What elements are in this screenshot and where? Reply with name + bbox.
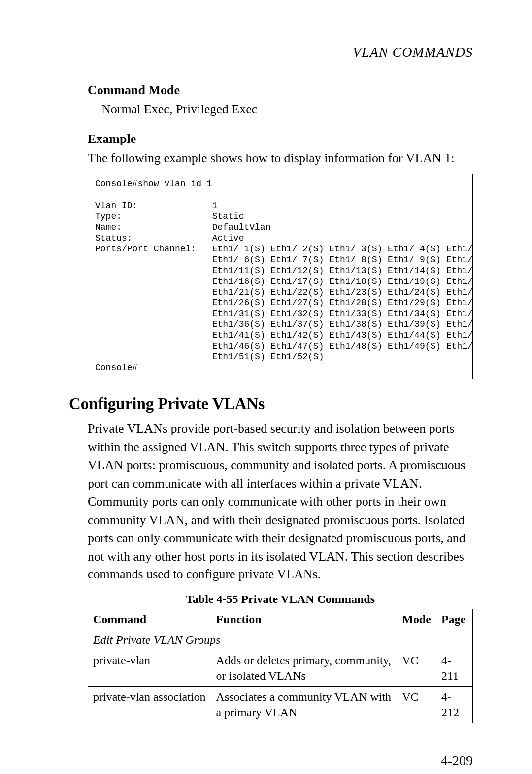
- page-body: Command Mode Normal Exec, Privileged Exe…: [88, 83, 473, 723]
- table-row: private-vlan association Associates a co…: [88, 686, 473, 723]
- cell-function: Associates a community VLAN with a prima…: [211, 686, 397, 723]
- cell-function: Adds or deletes primary, community, or i…: [211, 650, 397, 687]
- th-mode: Mode: [397, 609, 436, 630]
- th-command: Command: [88, 609, 211, 630]
- command-mode-text: Normal Exec, Privileged Exec: [101, 101, 473, 118]
- running-header-prefix: VLAN C: [353, 44, 402, 60]
- table-header-row: Command Function Mode Page: [88, 609, 473, 630]
- cell-page: 4-211: [436, 650, 472, 687]
- heading-configuring-private-vlans: Configuring Private VLANs: [69, 395, 473, 413]
- table-row: private-vlan Adds or deletes primary, co…: [88, 650, 473, 687]
- example-intro: The following example shows how to displ…: [88, 149, 473, 168]
- cell-page: 4-212: [436, 686, 472, 723]
- running-header: VLAN COMMANDS: [59, 44, 473, 60]
- cell-command: private-vlan association: [88, 686, 211, 723]
- heading-command-mode: Command Mode: [88, 83, 473, 98]
- table-group-row: Edit Private VLAN Groups: [88, 630, 473, 650]
- cell-command: private-vlan: [88, 650, 211, 687]
- group-label: Edit Private VLAN Groups: [88, 630, 473, 650]
- page-number: 4-209: [59, 753, 473, 769]
- pvlan-commands-table: Command Function Mode Page Edit Private …: [88, 609, 473, 723]
- running-header-smallcaps: OMMANDS: [402, 44, 473, 60]
- console-output: Console#show vlan id 1 Vlan ID: 1 Type: …: [88, 174, 473, 379]
- cell-mode: VC: [397, 686, 436, 723]
- cell-mode: VC: [397, 650, 436, 687]
- config-pvlan-paragraph: Private VLANs provide port-based securit…: [88, 420, 473, 584]
- heading-example: Example: [88, 132, 473, 146]
- table-caption: Table 4-55 Private VLAN Commands: [88, 593, 473, 606]
- th-page: Page: [436, 609, 472, 630]
- th-function: Function: [211, 609, 397, 630]
- page: VLAN COMMANDS Command Mode Normal Exec, …: [0, 0, 532, 774]
